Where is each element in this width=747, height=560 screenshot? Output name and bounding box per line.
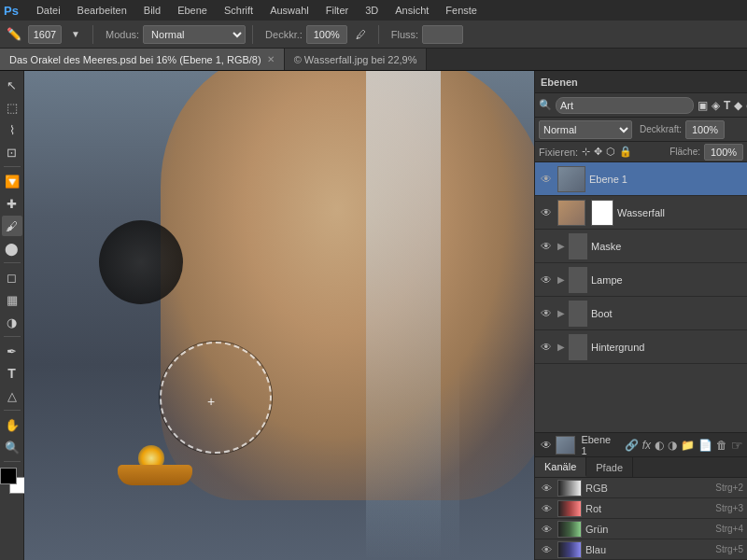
- dodge-tool-icon[interactable]: ◑: [2, 312, 22, 332]
- layer-eye-maske[interactable]: 👁: [539, 239, 554, 254]
- channel-eye-rgb[interactable]: 👁: [539, 483, 554, 494]
- channel-row-blau[interactable]: 👁 Blau Strg+5: [535, 539, 747, 560]
- menu-ansicht[interactable]: Ansicht: [392, 3, 431, 18]
- channel-thumb-rot: [557, 500, 582, 517]
- waterfall-spray: [366, 71, 441, 560]
- layer-row-boot[interactable]: 👁 ▶ Boot: [535, 297, 747, 330]
- deckraft-input[interactable]: [306, 25, 347, 44]
- layer-eye-wasserfall[interactable]: 👁: [539, 205, 554, 220]
- brush-preset-icon[interactable]: ▼: [65, 24, 86, 45]
- channel-shortcut-rgb: Strg+2: [715, 483, 743, 493]
- brush-tool-icon[interactable]: 🖌: [2, 216, 22, 236]
- menu-bild[interactable]: Bild: [141, 3, 163, 18]
- text-tool-icon[interactable]: T: [2, 363, 22, 384]
- menu-schrift[interactable]: Schrift: [221, 3, 256, 18]
- crop-tool-icon[interactable]: ⊡: [2, 142, 22, 162]
- adjustment-icon[interactable]: ◑: [668, 439, 677, 452]
- menu-bearbeiten[interactable]: Bearbeiten: [75, 3, 130, 18]
- tab-kanaele[interactable]: Kanäle: [535, 457, 586, 477]
- boat-element: [118, 448, 192, 485]
- opacity-input[interactable]: [685, 120, 725, 139]
- channel-eye-blau[interactable]: 👁: [539, 544, 554, 555]
- pixel-filter-icon[interactable]: ▣: [698, 99, 708, 112]
- layer-thumb-lampe: [569, 267, 587, 293]
- link-layers-icon[interactable]: 🔗: [625, 439, 639, 452]
- add-mask-icon[interactable]: ◐: [655, 439, 664, 452]
- layer-row-maske[interactable]: 👁 ▶ Maske: [535, 230, 747, 263]
- opacity-label: Deckkraft:: [640, 124, 682, 134]
- adjust-filter-icon[interactable]: ◈: [712, 99, 720, 112]
- move-tool-icon[interactable]: ↖: [2, 75, 22, 95]
- zoom-tool-icon[interactable]: 🔍: [2, 437, 22, 457]
- layer-arrow-hintergrund[interactable]: ▶: [557, 342, 565, 352]
- fix-gradient-icon[interactable]: ⬡: [606, 146, 615, 158]
- footer-eye[interactable]: 👁: [539, 438, 554, 453]
- panels-right: Ebenen 🔍 ▣ ◈ T ◆ ◎ Normal Deckkraft: Fix…: [534, 71, 747, 560]
- brush-size-input[interactable]: [28, 25, 62, 44]
- delete-layer-icon[interactable]: 🗑: [716, 439, 727, 452]
- layer-arrow-maske[interactable]: ▶: [557, 241, 565, 251]
- channel-row-rgb[interactable]: 👁 RGB Strg+2: [535, 478, 747, 498]
- menu-filter[interactable]: Filter: [323, 3, 351, 18]
- channel-row-rot[interactable]: 👁 Rot Strg+3: [535, 498, 747, 519]
- eraser-tool-icon[interactable]: ◻: [2, 267, 22, 287]
- channel-eye-gruen[interactable]: 👁: [539, 524, 554, 535]
- layer-row-lampe[interactable]: 👁 ▶ Lampe: [535, 263, 747, 297]
- pressure-icon[interactable]: 🖊: [351, 24, 372, 45]
- menu-fenste[interactable]: Fenste: [443, 3, 480, 18]
- layer-row-wasserfall[interactable]: 👁 Wasserfall: [535, 196, 747, 230]
- brush-tool-icon[interactable]: ✏️: [4, 24, 24, 45]
- deckraft-label: Deckkr.:: [265, 29, 303, 40]
- gradient-tool-icon[interactable]: ▦: [2, 289, 22, 310]
- pen-tool-icon[interactable]: ✒: [2, 341, 22, 361]
- layer-eye-lampe[interactable]: 👁: [539, 273, 554, 287]
- tab-wasserfall[interactable]: © Wasserfall.jpg bei 22,9%: [285, 49, 428, 70]
- blend-mode-select[interactable]: Normal: [539, 120, 632, 139]
- layer-arrow-lampe[interactable]: ▶: [557, 274, 565, 285]
- fix-pixel-icon[interactable]: ✥: [594, 146, 602, 158]
- text-filter-icon[interactable]: T: [724, 99, 730, 112]
- select-tool-icon[interactable]: ⬚: [2, 97, 22, 118]
- tab-pfade[interactable]: Pfade: [586, 457, 633, 477]
- layer-row-hintergrund[interactable]: 👁 ▶ Hintergrund: [535, 330, 747, 364]
- menu-auswahl[interactable]: Auswahl: [267, 3, 312, 18]
- fix-position-icon[interactable]: ⊹: [582, 146, 590, 158]
- menu-3d[interactable]: 3D: [362, 3, 381, 18]
- flaeche-input[interactable]: [704, 144, 743, 161]
- new-group-icon[interactable]: 📁: [681, 439, 695, 452]
- menu-datei[interactable]: Datei: [34, 3, 63, 18]
- modus-select[interactable]: Normal: [143, 25, 246, 44]
- layer-thumb-wasserfall: [557, 200, 585, 226]
- fx-icon[interactable]: fx: [642, 439, 651, 452]
- tab-wasserfall-label: © Wasserfall.jpg bei 22,9%: [294, 54, 417, 65]
- toolbar-separator-3: [378, 25, 379, 44]
- layer-name-lampe: Lampe: [591, 274, 743, 286]
- tab-orakel[interactable]: Das Orakel des Meeres.psd bei 16% (Ebene…: [0, 49, 285, 70]
- fluss-input[interactable]: [422, 25, 463, 44]
- lasso-tool-icon[interactable]: ⌇: [2, 119, 22, 140]
- channel-row-gruen[interactable]: 👁 Grün Strg+4: [535, 519, 747, 539]
- channels-panel: Kanäle Pfade 👁 RGB Strg+2 👁 Rot Strg+3 👁: [535, 456, 747, 560]
- layer-eye-boot[interactable]: 👁: [539, 306, 554, 321]
- new-layer-icon[interactable]: 📄: [698, 439, 712, 452]
- shape-filter-icon[interactable]: ◆: [734, 99, 742, 112]
- layers-search-input[interactable]: [556, 97, 694, 114]
- channel-eye-rot[interactable]: 👁: [539, 503, 554, 514]
- clone-tool-icon[interactable]: ⬤: [2, 238, 22, 259]
- layer-eye-ebene1[interactable]: 👁: [539, 172, 554, 187]
- tab-orakel-close[interactable]: ✕: [267, 54, 275, 64]
- heal-tool-icon[interactable]: ✚: [2, 193, 22, 214]
- blend-mode-bar: Normal Deckkraft:: [535, 118, 747, 142]
- color-picker[interactable]: [0, 468, 26, 494]
- path-tool-icon[interactable]: △: [2, 385, 22, 406]
- foreground-color-swatch[interactable]: [0, 468, 17, 484]
- layer-row-ebene1[interactable]: 👁 Ebene 1: [535, 162, 747, 196]
- layer-eye-hintergrund[interactable]: 👁: [539, 340, 554, 355]
- hand-tool-icon[interactable]: ✋: [2, 414, 22, 435]
- menu-ebene[interactable]: Ebene: [175, 3, 210, 18]
- eyedrop-tool-icon[interactable]: 🔽: [2, 171, 22, 191]
- layer-arrow-boot[interactable]: ▶: [557, 308, 565, 318]
- fix-label: Fixieren:: [539, 147, 578, 158]
- fix-all-icon[interactable]: 🔒: [619, 146, 632, 158]
- canvas-area[interactable]: +: [24, 71, 534, 560]
